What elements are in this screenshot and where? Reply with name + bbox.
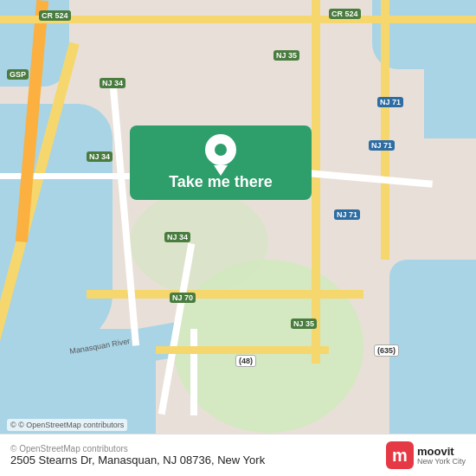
moovit-icon: m [386,441,414,469]
route-nj70-label: NJ 70 [170,293,196,303]
route-nj34-label-2: NJ 34 [87,151,113,162]
moovit-logo: m moovit New York City [386,441,466,469]
water-body [424,52,476,138]
route-cr524-right-label: CR 524 [329,9,361,19]
moovit-city: New York City [417,458,466,466]
osm-attribution: © © OpenStreetMap contributors [7,419,127,431]
take-me-there-button[interactable]: Take me there [130,125,312,200]
route-635-label: (635) [374,344,399,357]
route-nj34-label-3: NJ 34 [164,232,190,242]
road [190,329,197,415]
attribution-text: © OpenStreetMap contributors [10,444,265,453]
route-nj35-label-2: NJ 35 [291,318,317,329]
route-48-label: (48) [235,355,256,367]
osm-icon: © [10,421,16,429]
road-nj35 [312,0,320,363]
green-area [130,190,268,294]
address-section: © OpenStreetMap contributors 2505 Stearn… [10,444,265,466]
map-background: CR 524 GSP NJ 34 NJ 34 NJ 34 NJ 71 NJ 71… [0,0,476,476]
road-48 [156,346,329,354]
moovit-brand-name: moovit [417,445,466,459]
route-cr524-label: CR 524 [39,10,71,21]
route-nj35-label-1: NJ 35 [273,50,299,61]
route-nj71-label-2: NJ 71 [369,140,395,151]
route-nj71-label-3: NJ 71 [334,209,360,220]
cta-container: Take me there [130,125,312,200]
map-container: CR 524 GSP NJ 34 NJ 34 NJ 34 NJ 71 NJ 71… [0,0,476,476]
road-nj71 [381,0,389,260]
road-cr524-right [260,16,476,23]
route-nj34-label-1: NJ 34 [100,78,125,88]
address-text: 2505 Stearns Dr, Manasquan, NJ 08736, Ne… [10,453,265,466]
location-pin-icon [205,134,236,172]
route-nj71-label-1: NJ 71 [377,97,403,107]
cta-label: Take me there [169,173,273,190]
route-gsp-label: GSP [7,69,29,80]
bottom-bar: © OpenStreetMap contributors 2505 Stearn… [0,434,476,476]
